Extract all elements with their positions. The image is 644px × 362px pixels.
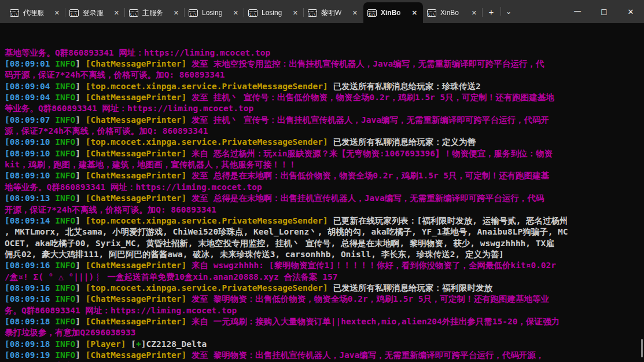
- log-line: [08:09:18 INFO] [Player] [+]CZ2128_Delta: [5, 339, 644, 350]
- log-line: 地等业务。Q群860893341 网址：https://liming.mcoce…: [5, 182, 644, 193]
- log-line: 务。Q群860893341 网址：https://liming.mcocet.t…: [5, 305, 644, 316]
- cmd-icon: C:\: [129, 9, 138, 17]
- svg-text:C:\: C:\: [249, 12, 256, 17]
- terminal-tab[interactable]: C:\ 代理服 ✕: [6, 2, 65, 23]
- log-line: , MKTLmorx, 北艾sama, 小明爱打游戏, ChiWei520珍珠点…: [5, 226, 644, 237]
- minimize-button[interactable]: —: [564, 0, 591, 23]
- terminal-tab[interactable]: C:\ Losing ✕: [244, 2, 304, 23]
- tab-close-icon[interactable]: ✕: [112, 9, 121, 17]
- terminal-tab[interactable]: C:\ 黎明W ✕: [304, 2, 363, 23]
- window-controls: — □ ✕: [564, 0, 644, 23]
- svg-text:C:\: C:\: [428, 12, 435, 17]
- tab-strip: C:\ 代理服 ✕ C:\ 登录服 ✕ C:\ 主服务 ✕ C:\ Losing…: [0, 2, 483, 23]
- terminal-tab[interactable]: C:\ 主服务 ✕: [125, 2, 185, 23]
- tab-label: Losing: [202, 9, 227, 17]
- svg-text:C:\: C:\: [71, 12, 78, 17]
- log-line: [08:09:19 INFO] [ChatMessagePrinter] 发至 …: [5, 350, 644, 361]
- log-line: [08:09:04 INFO] [ChatMessagePrinter] 发至 …: [5, 92, 644, 103]
- maximize-button[interactable]: □: [591, 0, 617, 23]
- cmd-icon: C:\: [308, 9, 317, 17]
- log-line: [08:09:01 INFO] [ChatMessagePrinter] 发至 …: [5, 58, 644, 70]
- cmd-icon: C:\: [367, 9, 377, 17]
- svg-text:C:\: C:\: [369, 12, 376, 17]
- terminal-tab[interactable]: C:\ Losing ✕: [185, 2, 244, 23]
- tab-close-icon[interactable]: ✕: [231, 9, 240, 17]
- tab-label: XinBo: [440, 9, 466, 17]
- tab-dropdown-button[interactable]: ⌄: [500, 0, 517, 23]
- terminal-tab[interactable]: C:\ XinBo ✕: [363, 2, 423, 23]
- cmd-icon: C:\: [69, 9, 79, 17]
- tab-label: XinBo: [381, 9, 406, 17]
- log-line: [08:09:04 INFO] [top.mcocet.xinpga.servi…: [5, 81, 644, 92]
- log-line: 等业务。Q群860893341 网址：https://liming.mcocet…: [5, 103, 644, 114]
- tab-close-icon[interactable]: ✕: [53, 9, 61, 17]
- log-line: [08:09:14 INFO] [top.mcocet.xinpga.servi…: [5, 215, 644, 226]
- tab-label: Losing: [262, 9, 287, 17]
- terminal-tab[interactable]: C:\ 登录服 ✕: [65, 2, 125, 23]
- cmd-icon: C:\: [427, 9, 436, 17]
- tab-label: 主服务: [142, 8, 168, 18]
- log-line: kit，鸡刷，跑图，建基地，建筑，地图画，宣传机器人，其他服务可接！！！: [5, 159, 644, 170]
- tab-close-icon[interactable]: ✕: [410, 9, 419, 17]
- tab-label: 黎明W: [321, 8, 347, 18]
- tab-close-icon[interactable]: ✕: [172, 9, 181, 17]
- close-icon: ✕: [628, 8, 634, 16]
- log-line: [08:09:16 INFO] [top.mcocet.xinpga.servi…: [5, 283, 644, 294]
- log-line: 暴打垃圾参，有意加Q2696038933: [5, 327, 644, 338]
- cmd-icon: C:\: [189, 9, 198, 17]
- log-line: [08:09:16 INFO] [ChatMessagePrinter] 来自 …: [5, 260, 644, 271]
- terminal-content[interactable]: 基地等业务。Q群860893341 网址：https://liming.mcoc…: [0, 23, 644, 362]
- log-line: 源，保证7*24h不离线，价格可谈。加Q: 860893341: [5, 126, 644, 137]
- tab-close-icon[interactable]: ✕: [291, 9, 300, 17]
- log-line: [08:09:10 INFO] [top.mcocet.xinpga.servi…: [5, 137, 644, 148]
- minimize-icon: —: [574, 6, 582, 15]
- log-line: [08:09:16 INFO] [ChatMessagePrinter] 发至 …: [5, 294, 644, 305]
- maximize-icon: □: [601, 8, 607, 16]
- log-line: [08:09:13 INFO] [ChatMessagePrinter] 发至 …: [5, 193, 644, 204]
- log-line: 佣兵02, 豪大大鸡排111, 阿巴阿巴的酱酱awa, 破冰, 未来珍珠传送3,…: [5, 249, 644, 260]
- svg-text:C:\: C:\: [190, 12, 197, 17]
- log-line: OCET, aka吃橘子00, Syrix_MC, 黄昏社招新, 末地空投专用监…: [5, 238, 644, 249]
- close-button[interactable]: ✕: [617, 0, 644, 23]
- tab-label: 登录服: [83, 8, 108, 18]
- log-line: /盒¤! Σ( ° △ °|||)︴ 一盒起送首单免费10盒xin.anan20…: [5, 272, 644, 283]
- windows-terminal-window: C:\ 代理服 ✕ C:\ 登录服 ✕ C:\ 主服务 ✕ C:\ Losing…: [0, 0, 644, 362]
- tab-close-icon[interactable]: ✕: [351, 9, 359, 17]
- log-line: [08:09:10 INFO] [ChatMessagePrinter] 来自 …: [5, 148, 644, 159]
- cmd-icon: C:\: [248, 9, 257, 17]
- log-line: [08:09:07 INFO] [ChatMessagePrinter] 发至 …: [5, 115, 644, 126]
- log-output: 基地等业务。Q群860893341 网址：https://liming.mcoc…: [5, 47, 644, 362]
- tab-close-icon[interactable]: ✕: [470, 9, 479, 17]
- log-line: 码开源，保证7*24h不离线，价格可谈。加Q: 860893341: [5, 70, 644, 81]
- tab-label: 代理服: [23, 8, 49, 18]
- cmd-icon: C:\: [10, 9, 19, 17]
- svg-text:C:\: C:\: [130, 12, 137, 17]
- log-line: 开源，保证7*24h不离线，价格可谈。加Q: 860893341: [5, 204, 644, 215]
- terminal-tab[interactable]: C:\ XinBo ✕: [423, 2, 483, 23]
- log-line: [08:09:18 INFO] [ChatMessagePrinter] 来自 …: [5, 316, 644, 327]
- scrollbar-thumb[interactable]: [641, 339, 643, 357]
- svg-text:C:\: C:\: [11, 12, 18, 17]
- svg-text:C:\: C:\: [309, 12, 316, 17]
- log-line: 基地等业务。Q群860893341 网址：https://liming.mcoc…: [5, 47, 644, 58]
- new-tab-button[interactable]: +: [483, 0, 500, 23]
- tab-bar: C:\ 代理服 ✕ C:\ 登录服 ✕ C:\ 主服务 ✕ C:\ Losing…: [0, 0, 644, 23]
- log-line: [08:09:10 INFO] [ChatMessagePrinter] 发至 …: [5, 170, 644, 181]
